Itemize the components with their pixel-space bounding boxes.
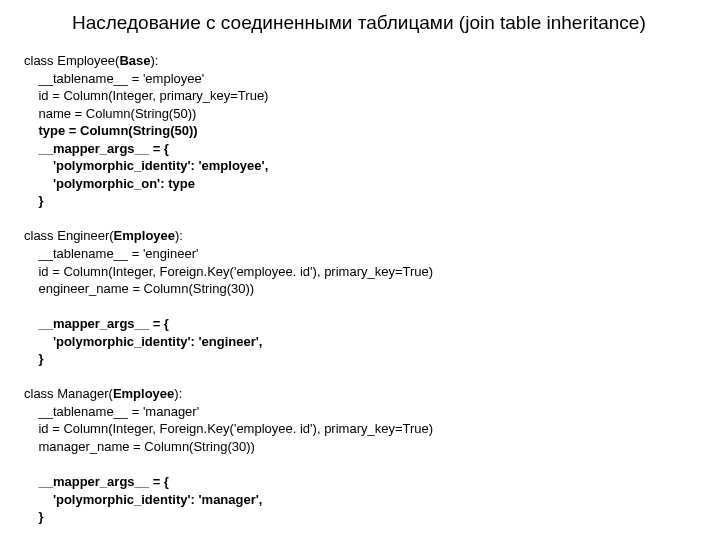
mgr-poly-identity: 'polymorphic_identity': 'manager', [24, 492, 262, 507]
eng-class-decl-end: ): [175, 228, 183, 243]
mgr-id-col: id = Column(Integer, Foreign.Key('employ… [24, 421, 433, 436]
mgr-class-decl-end: ): [174, 386, 182, 401]
eng-tablename: __tablename__ = 'engineer' [24, 246, 198, 261]
mgr-mapper-open: __mapper_args__ = { [24, 474, 169, 489]
emp-class-decl-end: ): [150, 53, 158, 68]
emp-base-class: Base [119, 53, 150, 68]
emp-mapper-close: } [24, 193, 44, 208]
eng-id-col: id = Column(Integer, Foreign.Key('employ… [24, 264, 433, 279]
emp-poly-identity: 'polymorphic_identity': 'employee', [24, 158, 268, 173]
emp-poly-on: 'polymorphic_on': type [24, 176, 195, 191]
emp-type-col: type = Column(String(50)) [24, 123, 198, 138]
mgr-name-col: manager_name = Column(String(30)) [24, 439, 255, 454]
eng-class-decl: class Engineer( [24, 228, 114, 243]
slide: Наследование с соединенными таблицами (j… [0, 0, 720, 540]
mgr-mapper-close: } [24, 509, 44, 524]
emp-id-col: id = Column(Integer, primary_key=True) [24, 88, 268, 103]
code-block: class Employee(Base): __tablename__ = 'e… [24, 52, 696, 526]
mgr-class-decl: class Manager( [24, 386, 113, 401]
emp-name-col: name = Column(String(50)) [24, 106, 196, 121]
eng-mapper-open: __mapper_args__ = { [24, 316, 169, 331]
emp-tablename: __tablename__ = 'employee' [24, 71, 204, 86]
slide-title: Наследование с соединенными таблицами (j… [24, 12, 696, 34]
mgr-tablename: __tablename__ = 'manager' [24, 404, 199, 419]
emp-class-decl: class Employee( [24, 53, 119, 68]
mgr-base-class: Employee [113, 386, 174, 401]
eng-mapper-close: } [24, 351, 44, 366]
eng-poly-identity: 'polymorphic_identity': 'engineer', [24, 334, 262, 349]
emp-mapper-open: __mapper_args__ = { [24, 141, 169, 156]
eng-name-col: engineer_name = Column(String(30)) [24, 281, 254, 296]
eng-base-class: Employee [114, 228, 175, 243]
